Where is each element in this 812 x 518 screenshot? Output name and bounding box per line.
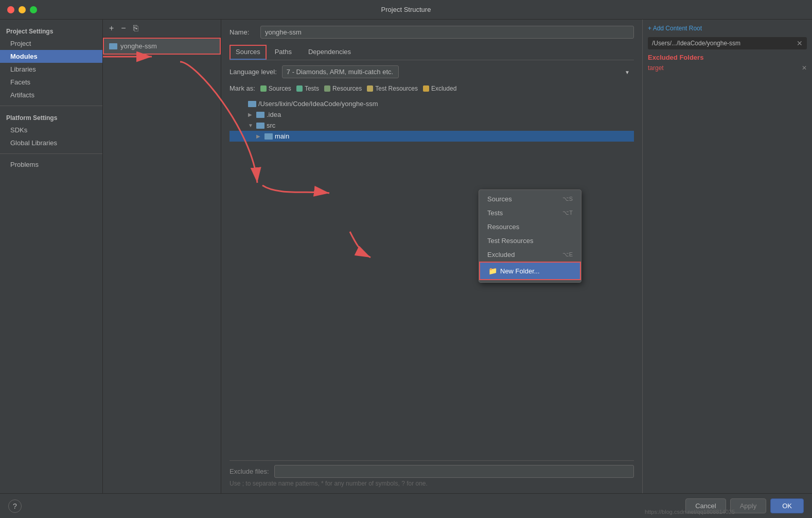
context-resources-label: Resources [487,223,519,231]
content-root-path-label: /Users/.../IdeaCode/yonghe-ssm [652,40,740,47]
help-button[interactable]: ? [8,499,22,513]
window-controls [7,6,37,13]
module-folder-icon [109,43,117,49]
sidebar: Project Settings Project Modules Librari… [0,20,103,493]
exclude-files-input[interactable] [274,465,634,478]
context-menu-resources[interactable]: Resources [479,220,581,234]
new-folder-label: New Folder... [500,267,540,275]
excluded-dot [423,85,429,92]
module-toolbar: + − ⎘ [103,20,221,38]
resources-dot [324,85,330,92]
remove-module-button[interactable]: − [119,23,128,34]
tree-idea-label: .idea [267,111,281,118]
context-test-resources-label: Test Resources [487,237,534,245]
exclude-row: Exclude files: [230,460,634,478]
tree-src-label: src [267,122,275,129]
tree-item-src[interactable]: ▼ src [230,120,634,131]
tree-item-main[interactable]: ▶ main [230,131,634,142]
sidebar-item-sdks[interactable]: SDKs [0,124,102,136]
sidebar-divider [0,106,102,106]
exclude-hint: Use ; to separate name patterns, * for a… [230,480,634,487]
exclude-files-section: Exclude files: Use ; to separate name pa… [230,456,634,487]
content-root-close[interactable]: ✕ [797,39,803,47]
excluded-target-close[interactable]: ✕ [802,64,807,72]
maximize-button[interactable] [30,6,37,13]
content-area: Name: Sources Paths Dependencies Languag… [221,20,642,493]
minimize-button[interactable] [19,6,26,13]
new-folder-icon: 📁 [488,267,497,275]
tree-arrow-idea: ▶ [248,112,254,117]
tab-dependencies[interactable]: Dependencies [300,45,359,60]
name-row: Name: [230,26,634,39]
status-url: https://blog.csdn.net/qq1808814025 [645,509,735,515]
right-panel: + Add Content Root /Users/.../IdeaCode/y… [642,20,812,493]
mark-resources[interactable]: Resources [324,85,362,92]
src-folder-icon [256,123,264,129]
context-tests-shortcut: ⌥T [562,210,573,216]
sidebar-item-libraries[interactable]: Libraries [0,63,102,76]
tree-item-idea[interactable]: ▶ .idea [230,109,634,120]
mark-resources-label: Resources [332,85,362,92]
context-menu: Sources ⌥S Tests ⌥T Resources Test Resou… [479,189,581,283]
language-level-label: Language level: [230,68,277,76]
tree-item-root[interactable]: /Users/lixin/Code/IdeaCode/yonghe-ssm [230,98,634,109]
test-resources-dot [367,85,373,92]
name-input[interactable] [260,26,634,39]
close-button[interactable] [7,6,14,13]
titlebar: Project Structure [0,0,812,20]
context-excluded-label: Excluded [487,251,515,258]
sidebar-item-project[interactable]: Project [0,37,102,50]
idea-folder-icon [256,112,264,118]
mark-excluded[interactable]: Excluded [423,85,456,92]
exclude-files-label: Exclude files: [230,468,269,475]
mark-as-label: Mark as: [230,84,255,92]
mark-tests-label: Tests [305,85,319,92]
module-panel: + − ⎘ yonghe-ssm [103,20,221,493]
sidebar-item-global-libraries[interactable]: Global Libraries [0,136,102,149]
tests-dot [296,85,303,92]
sidebar-item-problems[interactable]: Problems [0,158,102,171]
language-level-wrapper: 7 - Diamonds, ARM, multi-catch etc. [282,65,634,78]
copy-module-button[interactable]: ⎘ [131,23,140,34]
main-folder-icon [264,133,273,140]
language-level-row: Language level: 7 - Diamonds, ARM, multi… [230,65,634,78]
language-level-select[interactable]: 7 - Diamonds, ARM, multi-catch etc. [282,65,399,78]
context-menu-excluded[interactable]: Excluded ⌥E [479,248,581,262]
context-menu-tests[interactable]: Tests ⌥T [479,206,581,220]
tab-paths[interactable]: Paths [267,45,300,60]
sidebar-item-artifacts[interactable]: Artifacts [0,89,102,101]
window-title: Project Structure [381,6,431,13]
tabs-row: Sources Paths Dependencies [230,45,634,60]
excluded-folder-target: target ✕ [648,63,807,73]
context-tests-label: Tests [487,209,503,217]
mark-excluded-label: Excluded [431,85,456,92]
sidebar-item-facets[interactable]: Facets [0,76,102,89]
tab-sources[interactable]: Sources [230,45,267,60]
platform-settings-label: Platform Settings [0,110,102,124]
context-excluded-shortcut: ⌥E [562,251,573,258]
sidebar-divider-2 [0,153,102,154]
mark-tests[interactable]: Tests [296,85,319,92]
add-content-root[interactable]: + Add Content Root [648,25,807,32]
excluded-folders-label: Excluded Folders [648,54,807,61]
module-item-label: yonghe-ssm [120,42,157,50]
context-menu-new-folder[interactable]: 📁 New Folder... [479,262,581,280]
name-label: Name: [230,28,255,36]
mark-as-row: Mark as: Sources Tests Resources Test Re… [230,84,634,92]
context-sources-shortcut: ⌥S [562,196,573,202]
project-settings-label: Project Settings [0,24,102,37]
apply-button[interactable]: Apply [730,498,767,513]
context-menu-sources[interactable]: Sources ⌥S [479,192,581,206]
tree-arrow-main: ▶ [256,133,262,139]
content-root-path: /Users/.../IdeaCode/yonghe-ssm ✕ [648,37,807,49]
ok-button[interactable]: OK [770,498,804,513]
add-module-button[interactable]: + [107,23,116,34]
mark-sources[interactable]: Sources [260,85,291,92]
tree-root-label: /Users/lixin/Code/IdeaCode/yonghe-ssm [258,100,378,108]
main-layout: Project Settings Project Modules Librari… [0,20,812,493]
sidebar-item-modules[interactable]: Modules [0,50,102,63]
mark-test-resources[interactable]: Test Resources [367,85,418,92]
context-menu-test-resources[interactable]: Test Resources [479,234,581,248]
excluded-target-label: target [648,64,664,72]
module-item-yonghe-ssm[interactable]: yonghe-ssm [103,38,221,55]
